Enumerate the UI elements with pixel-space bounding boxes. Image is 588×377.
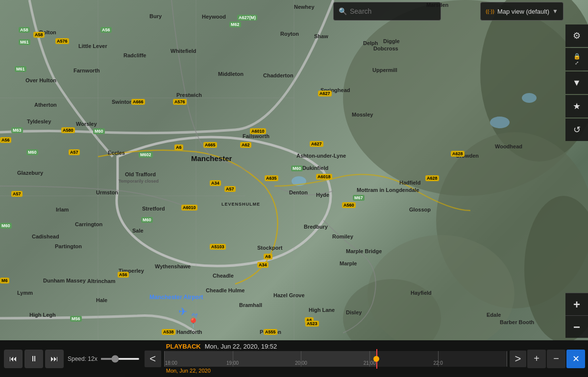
location-sale: Sale	[132, 228, 144, 234]
svg-point-2	[436, 132, 588, 308]
location-hyde: Hyde	[316, 192, 329, 198]
timeline-prev-button[interactable]: <	[145, 351, 161, 367]
location-urmston: Urmston	[96, 189, 118, 195]
location-marple: Marple	[340, 260, 357, 266]
road-badge-a34-2: A34	[257, 262, 269, 268]
svg-point-0	[343, 0, 588, 196]
location-hale: Hale	[96, 297, 107, 303]
location-oldtrafford: Old Trafford	[125, 171, 156, 177]
road-badge-m60-5: M60	[141, 217, 153, 223]
location-woodhead: Woodhead	[495, 143, 522, 149]
search-input[interactable]	[350, 7, 428, 15]
location-uppermill: Uppermill	[372, 67, 397, 73]
timeline-section[interactable]: PLAYBACK Mon, Jun 22, 2020, 19:52 18:00 …	[162, 341, 509, 377]
speed-control: Speed: 12x	[66, 355, 140, 362]
svg-point-6	[292, 176, 306, 186]
road-badge-a56-2: A56	[0, 137, 11, 143]
road-badge-a5103: A5103	[210, 244, 226, 250]
close-playback-button[interactable]: ✕	[566, 350, 585, 368]
road-badge-m60-3: M60	[0, 223, 12, 229]
timeline-track[interactable]: 18:00 19:00 20:00 21:00 22:0	[164, 351, 507, 367]
road-badge-a6010-2: A6010	[181, 205, 197, 211]
lock-icon: 🔒	[573, 53, 581, 60]
location-atherton: Atherton	[34, 102, 57, 108]
svg-point-3	[368, 235, 514, 340]
timeline-date: Mon, Jun 22, 2020	[162, 367, 509, 375]
timeline-dot	[373, 356, 379, 362]
location-whitefield: Whitefield	[171, 48, 196, 54]
road-badge-a627: A627	[318, 91, 332, 96]
road-badge-a523: A523	[305, 321, 319, 327]
playback-label: PLAYBACK	[166, 343, 201, 350]
location-dukinfield: Dukinfield	[302, 165, 328, 171]
search-box[interactable]: 🔍	[333, 2, 441, 21]
location-swinton: Swinton	[112, 99, 133, 105]
road-badge-m602: M602	[139, 152, 153, 158]
fast-forward-button[interactable]: ⏭	[45, 350, 64, 368]
road-badge-a628: A628	[425, 175, 439, 181]
filter-button[interactable]: ▼	[565, 71, 588, 94]
location-disley: Disley	[346, 309, 362, 315]
location-bolton: Bolton	[39, 29, 56, 35]
location-hazelgrove: Hazel Grove	[273, 292, 305, 298]
arrows-icon: ⤢	[575, 60, 579, 66]
timeline-right-controls: + − ✕	[527, 350, 588, 368]
road-badge-m63: M63	[11, 127, 23, 133]
road-badge-a6: A6	[174, 144, 183, 150]
timeline-add-button[interactable]: +	[527, 350, 546, 368]
location-lymm: Lymm	[17, 290, 33, 296]
location-ashton: Ashton-under-Lyne	[296, 153, 346, 159]
refresh-button[interactable]: ↺	[565, 118, 588, 141]
location-worsley: Worsley	[76, 121, 97, 127]
location-glossop: Glossop	[409, 207, 431, 212]
location-eccles: Eccles	[108, 150, 125, 156]
road-badge-a57-2: A57	[224, 186, 236, 192]
location-wythenshawe: Wythenshawe	[155, 263, 191, 269]
timeline-next-button[interactable]: >	[510, 351, 526, 367]
lock-expand-button[interactable]: 🔒 ⤢	[565, 48, 588, 71]
location-irlam: Irlam	[56, 207, 69, 212]
road-badge-a576-2: A576	[173, 99, 187, 105]
location-dunhammassey: Dunham Massey	[43, 278, 86, 283]
road-badge-a555: A555	[264, 329, 277, 335]
location-shaw: Shaw	[314, 33, 328, 39]
zoom-out-button[interactable]: −	[565, 315, 588, 338]
location-handforth: Handforth	[176, 329, 202, 335]
road-badge-a6010: A6010	[250, 128, 266, 134]
time-label-22: 22:0	[433, 360, 442, 366]
roads-svg	[0, 0, 588, 340]
location-littlelever: Little Lever	[78, 43, 107, 49]
road-badge-a580: A580	[61, 127, 75, 133]
svg-point-7	[490, 117, 510, 128]
road-badge-a58: A58	[33, 32, 45, 38]
location-levenshulme: LEVENSHULME	[221, 202, 260, 207]
map-container[interactable]: Manchester Stockport Bolton Stretford Sa…	[0, 0, 588, 340]
location-cheadlehulme: Cheadle Hulme	[206, 287, 245, 293]
location-hadfield: Hadfield	[399, 180, 420, 186]
speed-slider[interactable]	[100, 358, 140, 360]
svg-point-8	[522, 93, 537, 103]
location-stretford: Stretford	[142, 206, 165, 212]
location-royton: Royton	[280, 31, 299, 37]
road-badge-m60-4: M60	[291, 165, 303, 171]
time-label-19: 19:00	[226, 360, 239, 366]
road-badge-m60-2: M60	[93, 128, 105, 134]
location-mottram: Mottram in Longdendale	[357, 187, 419, 193]
road-badge-a6-2: A6	[264, 254, 272, 259]
road-badge-a560: A560	[342, 202, 356, 208]
time-label-20: 20:00	[295, 360, 307, 366]
timeline-remove-button[interactable]: −	[547, 350, 565, 368]
map-view-button[interactable]: ((·)) Map view (default) ▼	[480, 2, 564, 21]
favorites-button[interactable]: ★	[565, 95, 588, 118]
road-badge-m6: M6	[0, 278, 9, 283]
zoom-in-button[interactable]: +	[565, 293, 588, 315]
right-sidebar: ⚙ 🔒 ⤢ ▼ ★ ↺	[565, 24, 588, 141]
pause-button[interactable]: ⏸	[24, 350, 43, 368]
settings-button[interactable]: ⚙	[565, 24, 588, 47]
speed-label: Speed: 12x	[68, 355, 98, 362]
location-barberbooth: Barber Booth	[500, 319, 534, 325]
timeline-progress	[164, 351, 377, 367]
location-radcliffe: Radcliffe	[123, 52, 146, 58]
zoom-controls: + −	[565, 293, 588, 338]
rewind-button[interactable]: ⏮	[4, 350, 23, 368]
